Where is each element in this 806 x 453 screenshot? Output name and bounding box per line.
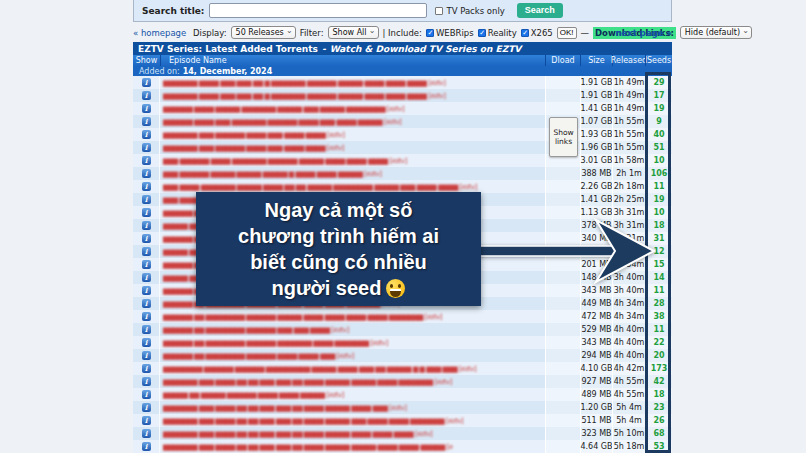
info-icon[interactable]: i — [142, 416, 151, 425]
info-icon[interactable]: i — [142, 260, 151, 269]
show-cell: i — [133, 180, 160, 193]
info-icon[interactable]: i — [142, 130, 151, 139]
episode-name-cell[interactable]: ▆▆▆▆▆▆ ▆▆▆▆ ▆▆▆▆▆ ▆▆▆▆▆▆▆ ▆▆▆▆▆ ▆▆▆ ▆▆▆▆… — [160, 102, 545, 115]
torrent-title-redacted[interactable]: ▆▆▆▆▆▆ ▆▆▆▆ ▆▆▆ ▆▆▆▆▆▆▆ ▆▆▆▆▆▆ ▆▆▆▆ ▆▆▆-… — [163, 118, 401, 126]
col-show[interactable]: Show — [133, 55, 160, 66]
display-label: Display: — [193, 28, 227, 38]
col-seeds[interactable]: Seeds — [645, 55, 672, 66]
torrent-title-redacted[interactable]: ▆▆▆-▆▆▆▆▆▆ ▆▆▆▆ ▆▆▆▆▆▆▆ ▆▆▆▆▆▆ ▆▆▆▆▆-▆▆▆… — [163, 157, 407, 165]
episode-name-cell[interactable]: ▆▆▆▆▆▆ ▆▆▆▆ ▆▆▆ ▆▆▆▆▆▆▆ ▆▆▆▆▆▆ ▆▆▆▆ ▆▆▆-… — [160, 115, 545, 128]
info-icon[interactable]: i — [142, 377, 151, 386]
info-icon[interactable]: i — [142, 104, 151, 113]
torrent-title-redacted[interactable]: ▆▆▆▆▆▆▆ ▆▆▆ ▆▆▆▆▆▆ ▆▆▆▆ ▆▆▆-▆▆▆▆ ▆▆▆▆ [e… — [163, 144, 344, 152]
torrent-title-redacted[interactable]: ▆▆▆▆▆▆▆ ▆▆▆▆ ▆▆▆ ▆▆▆ ▆▆ ▆ ▆▆▆▆▆▆▆ ▆▆▆▆▆▆… — [163, 92, 446, 100]
col-dload[interactable]: Dload — [545, 55, 580, 66]
episode-name-cell[interactable]: ▆▆▆▆▆▆ ▆▆ ▆▆▆▆▆▆▆▆ ▆▆▆▆▆▆ ▆▆▆▆▆▆▆ ▆▆▆▆ ▆… — [160, 336, 545, 349]
info-icon[interactable]: i — [142, 312, 151, 321]
torrent-title-redacted[interactable]: ▆▆▆ ▆▆▆▆▆▆ ▆▆▆▆▆ ▆▆▆▆▆ ▆▆▆▆▆ ▆ ▆▆▆▆ ▆▆▆▆… — [163, 170, 381, 178]
info-icon[interactable]: i — [142, 299, 151, 308]
torrent-title-redacted[interactable]: ▆▆▆▆▆▆▆ ▆▆▆ ▆▆▆▆▆▆ ▆▆▆▆ ▆▆▆-▆▆▆▆-▆▆▆▆ [e… — [163, 131, 344, 139]
torrent-title-redacted[interactable]: ▆▆▆▆▆▆ ▆▆ ▆▆▆▆▆▆▆▆ ▆▆▆▆▆▆ ▆▆▆ ▆▆▆ ▆▆▆▆ [… — [163, 326, 349, 334]
col-episode-name[interactable]: Episode Name — [160, 55, 545, 66]
torrent-title-redacted[interactable]: ▆▆▆▆▆▆ ▆▆ ▆▆▆▆▆▆▆▆ ▆▆▆▆▆▆ ▆▆▆▆▆▆▆ ▆▆▆▆ ▆… — [163, 339, 388, 347]
table-row: i ▆▆▆▆▆▆▆ ▆▆▆ ▆▆▆▆ ▆▆ ▆▆ ▆▆▆ ▆▆▆ ▆▆ ▆▆▆▆… — [133, 427, 672, 440]
episode-name-cell[interactable]: ▆▆▆▆▆▆▆ ▆▆▆ ▆▆▆▆ ▆▆ ▆▆ ▆▆▆ ▆▆▆ ▆▆ ▆▆▆▆ ▆… — [160, 440, 545, 453]
episode-name-cell[interactable]: ▆▆▆▆▆▆ ▆▆ ▆▆▆▆▆▆▆▆ ▆▆▆▆▆▆ ▆▆▆▆▆ ▆▆▆▆ ▆▆▆… — [160, 310, 545, 323]
info-icon[interactable]: i — [142, 195, 151, 204]
info-icon[interactable]: i — [142, 208, 151, 217]
search-input[interactable] — [209, 3, 427, 18]
info-icon[interactable]: i — [142, 169, 151, 178]
download-links-select[interactable]: Hide (default) — [680, 26, 752, 39]
ok-button[interactable]: OK! — [557, 27, 577, 39]
col-size[interactable]: Size — [580, 55, 612, 66]
show-links-button[interactable]: Show links — [549, 117, 578, 157]
torrent-title-redacted[interactable]: ▆▆▆▆▆▆▆ ▆▆▆ ▆▆▆▆ ▆▆ ▆▆ ▆▆▆ ▆▆▆ ▆▆ ▆▆▆▆ ▆… — [163, 443, 453, 451]
episode-name-cell[interactable]: ▆▆▆▆▆▆▆ ▆▆▆ ▆▆▆▆ ▆▆ ▆▆ ▆▆▆ ▆▆▆ ▆▆ ▆▆▆▆ ▆… — [160, 414, 545, 427]
episode-name-cell[interactable]: ▆▆▆▆▆▆▆ ▆▆▆▆ ▆▆▆ ▆▆▆ ▆▆ ▆ ▆▆▆▆▆▆▆ ▆▆▆▆▆▆… — [160, 89, 545, 102]
webrips-checkbox[interactable] — [426, 29, 434, 37]
dload-cell — [545, 206, 580, 219]
episode-name-cell[interactable]: ▆▆▆▆▆▆▆▆ ▆▆▆▆▆▆ ▆▆▆▆▆▆ ▆▆▆▆▆▆▆▆▆ ▆▆▆▆▆ ▆… — [160, 362, 545, 375]
table-row: i ▆▆▆▆▆▆▆ ▆▆▆ ▆▆▆▆ ▆▆ ▆▆ ▆▆▆ ▆▆▆ ▆▆ ▆▆▆▆… — [133, 375, 672, 388]
torrent-title-redacted[interactable]: ▆▆▆▆▆▆▆ ▆▆▆ ▆▆▆▆ ▆▆ ▆▆ ▆▆▆ ▆▆▆ ▆▆ ▆▆▆▆ ▆… — [163, 404, 406, 412]
size-cell: 3.01 GB — [580, 154, 612, 167]
reality-checkbox[interactable] — [478, 29, 486, 37]
episode-name-cell[interactable]: ▆▆▆▆▆▆ ▆▆ ▆▆▆▆▆▆▆▆ ▆▆▆▆▆▆ ▆▆▆▆ ▆▆▆▆-▆▆▆ … — [160, 349, 545, 362]
info-icon[interactable]: i — [142, 390, 151, 399]
info-icon[interactable]: i — [142, 221, 151, 230]
episode-name-cell[interactable]: ▆▆▆▆▆▆ ▆▆ ▆▆▆▆▆▆▆▆ ▆▆▆▆▆▆ ▆▆▆ ▆▆▆ ▆▆▆▆ [… — [160, 323, 545, 336]
torrent-title-redacted[interactable]: ▆▆▆▆▆▆ ▆▆▆▆ ▆▆▆▆▆ ▆▆▆▆▆▆▆ ▆▆▆▆▆ ▆▆▆ ▆▆▆▆… — [163, 105, 404, 113]
episode-name-cell[interactable]: ▆▆▆▆▆ ▆▆ ▆▆▆▆▆ ▆▆▆▆▆▆ ▆▆▆▆ ▆▆▆▆ ▆▆▆▆▆ [e… — [160, 388, 545, 401]
table-row: i ▆▆▆▆▆▆ ▆▆ ▆▆▆▆▆▆▆▆ ▆▆▆▆▆▆ ▆▆▆▆ ▆▆▆▆-▆▆… — [133, 349, 672, 362]
episode-name-cell[interactable]: ▆▆▆▆▆▆▆ ▆▆▆ ▆▆▆▆▆▆ ▆▆▆▆ ▆▆▆-▆▆▆▆-▆▆▆▆ [e… — [160, 128, 545, 141]
info-icon[interactable]: i — [142, 442, 151, 451]
torrent-title-redacted[interactable]: ▆▆▆ ▆▆▆▆-▆▆▆▆▆▆▆ ▆▆▆▆▆ ▆▆▆▆ ▆▆ ▆▆ ▆▆▆▆▆ … — [163, 183, 477, 191]
episode-name-cell[interactable]: ▆▆▆▆▆▆▆ ▆▆▆ ▆▆▆▆ ▆▆ ▆▆ ▆▆▆ ▆▆▆ ▆▆ ▆▆▆▆ ▆… — [160, 427, 545, 440]
dload-cell — [545, 245, 580, 258]
info-icon[interactable]: i — [142, 247, 151, 256]
episode-name-cell[interactable]: ▆▆▆▆▆▆▆ ▆▆▆▆ ▆▆▆ ▆▆▆ ▆▆ ▆ ▆▆▆▆▆▆▆ ▆▆▆▆▆▆… — [160, 76, 545, 89]
display-select[interactable]: 50 Releases — [231, 26, 296, 39]
info-icon[interactable]: i — [142, 325, 151, 334]
tv-packs-checkbox[interactable] — [435, 7, 443, 15]
size-cell: 294 MB — [580, 349, 612, 362]
seeds-cell: 22 — [645, 336, 672, 349]
show-cell: i — [133, 141, 160, 154]
info-icon[interactable]: i — [142, 403, 151, 412]
info-icon[interactable]: i — [142, 364, 151, 373]
episode-name-cell[interactable]: ▆▆▆▆▆▆▆ ▆▆▆ ▆▆▆▆ ▆▆ ▆▆ ▆▆▆ ▆▆▆ ▆▆ ▆▆▆▆ ▆… — [160, 401, 545, 414]
filter-select[interactable]: Show All — [328, 26, 379, 39]
x265-checkbox[interactable] — [521, 29, 529, 37]
torrent-title-redacted[interactable]: ▆▆▆▆▆▆▆▆ ▆▆▆▆▆▆ ▆▆▆▆▆▆ ▆▆▆▆▆▆▆▆▆ ▆▆▆▆▆ ▆… — [163, 365, 476, 373]
info-icon[interactable]: i — [142, 273, 151, 282]
col-released[interactable]: Released — [612, 55, 645, 66]
info-icon[interactable]: i — [142, 429, 151, 438]
episode-name-cell[interactable]: ▆▆▆▆▆▆▆ ▆▆▆ ▆▆▆▆ ▆▆ ▆▆ ▆▆▆ ▆▆▆ ▆▆ ▆▆▆▆ ▆… — [160, 375, 545, 388]
homepage-link[interactable]: « homepage — [133, 28, 186, 38]
info-icon[interactable]: i — [142, 338, 151, 347]
torrent-title-redacted[interactable]: ▆▆▆▆▆▆ ▆▆ ▆▆▆▆▆▆▆▆ ▆▆▆▆▆▆ ▆▆▆▆ ▆▆▆▆-▆▆▆ … — [163, 352, 354, 360]
info-icon[interactable]: i — [142, 117, 151, 126]
info-icon[interactable]: i — [142, 182, 151, 191]
torrent-title-redacted[interactable]: ▆▆▆▆▆ ▆▆ ▆▆▆▆▆ ▆▆▆▆▆▆ ▆▆▆▆ ▆▆▆▆ ▆▆▆▆▆ [e… — [163, 391, 344, 399]
info-icon[interactable]: i — [142, 78, 151, 87]
info-icon[interactable]: i — [142, 234, 151, 243]
table-row: i ▆▆▆▆▆▆▆▆ ▆▆▆▆▆▆ ▆▆▆▆▆▆ ▆▆▆▆▆▆▆▆▆ ▆▆▆▆▆… — [133, 362, 672, 375]
info-icon[interactable]: i — [142, 156, 151, 165]
info-icon[interactable]: i — [142, 286, 151, 295]
torrent-title-redacted[interactable]: ▆▆▆▆▆▆▆ ▆▆▆ ▆▆▆▆ ▆▆ ▆▆ ▆▆▆ ▆▆▆ ▆▆ ▆▆▆▆ ▆… — [163, 417, 463, 425]
search-button[interactable]: Search — [517, 3, 563, 18]
episode-name-cell[interactable]: ▆▆▆ ▆▆▆▆▆▆ ▆▆▆▆▆ ▆▆▆▆▆ ▆▆▆▆▆ ▆ ▆▆▆▆ ▆▆▆▆… — [160, 167, 545, 180]
torrent-title-redacted[interactable]: ▆▆▆▆▆▆▆ ▆▆▆ ▆▆▆▆ ▆▆ ▆▆ ▆▆▆ ▆▆▆ ▆▆ ▆▆▆▆ ▆… — [163, 378, 452, 386]
info-icon[interactable]: i — [142, 143, 151, 152]
next-page-link[interactable]: next page » — [616, 28, 672, 38]
episode-name-cell[interactable]: ▆▆▆-▆▆▆▆▆▆ ▆▆▆▆ ▆▆▆▆▆▆▆ ▆▆▆▆▆▆ ▆▆▆▆▆-▆▆▆… — [160, 154, 545, 167]
torrent-title-redacted[interactable]: ▆▆▆▆▆▆▆ ▆▆▆▆ ▆▆▆ ▆▆▆ ▆▆ ▆ ▆▆▆▆▆▆▆ ▆▆▆▆▆▆… — [163, 79, 446, 87]
torrent-title-redacted[interactable]: ▆▆▆▆▆▆▆ ▆▆▆ ▆▆▆▆ ▆▆ ▆▆ ▆▆▆ ▆▆▆ ▆▆ ▆▆▆▆ ▆… — [163, 430, 432, 438]
episode-name-cell[interactable]: ▆▆▆▆▆▆▆ ▆▆▆ ▆▆▆▆▆▆ ▆▆▆▆ ▆▆▆-▆▆▆▆ ▆▆▆▆ [e… — [160, 141, 545, 154]
show-cell: i — [133, 427, 160, 440]
info-icon[interactable]: i — [142, 351, 151, 360]
torrent-title-redacted[interactable]: ▆▆▆▆▆▆ ▆▆ ▆▆▆▆▆▆▆▆ ▆▆▆▆▆▆ ▆▆▆▆▆ ▆▆▆▆ ▆▆▆… — [163, 313, 442, 321]
info-icon[interactable]: i — [142, 91, 151, 100]
